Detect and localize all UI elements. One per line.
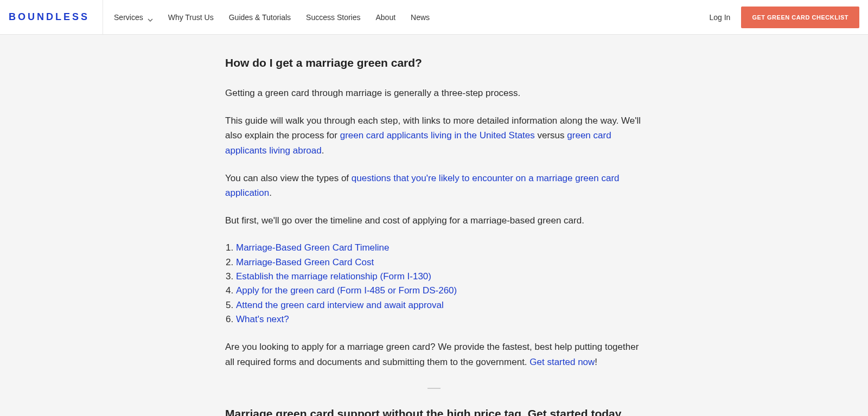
- toc-item: Attend the green card interview and awai…: [236, 298, 643, 312]
- intro-paragraph-2: This guide will walk you through each st…: [225, 113, 643, 158]
- link-applicants-us[interactable]: green card applicants living in the Unit…: [340, 130, 535, 140]
- header-actions: Log In GET GREEN CARD CHECKLIST: [709, 7, 859, 28]
- toc-item: Apply for the green card (Form I-485 or …: [236, 284, 643, 298]
- link-get-started[interactable]: Get started now: [529, 357, 595, 367]
- logo[interactable]: BOUNDLESS: [9, 0, 103, 35]
- nav-guides[interactable]: Guides & Tutorials: [229, 13, 291, 22]
- text-segment: .: [269, 188, 272, 198]
- toc-link-interview[interactable]: Attend the green card interview and awai…: [236, 300, 444, 310]
- login-link[interactable]: Log In: [709, 13, 730, 22]
- chevron-down-icon: [148, 15, 153, 20]
- checklist-button[interactable]: GET GREEN CARD CHECKLIST: [741, 7, 859, 28]
- toc-item: Marriage-Based Green Card Cost: [236, 255, 643, 270]
- toc-item: What's next?: [236, 312, 643, 327]
- nav-about[interactable]: About: [375, 13, 395, 22]
- cta-heading: Marriage green card support without the …: [225, 407, 643, 416]
- toc-link-next[interactable]: What's next?: [236, 314, 289, 324]
- text-segment: !: [595, 357, 597, 367]
- toc-link-i485[interactable]: Apply for the green card (Form I-485 or …: [236, 285, 457, 296]
- toc-link-i130[interactable]: Establish the marriage relationship (For…: [236, 271, 431, 281]
- text-segment: versus: [535, 130, 567, 140]
- intro-paragraph-3: You can also view the types of questions…: [225, 171, 643, 200]
- nav-success-stories[interactable]: Success Stories: [306, 13, 360, 22]
- toc-item: Establish the marriage relationship (For…: [236, 270, 643, 284]
- divider: [427, 388, 441, 389]
- toc-link-cost[interactable]: Marriage-Based Green Card Cost: [236, 257, 374, 267]
- header: BOUNDLESS Services Why Trust Us Guides &…: [0, 0, 868, 35]
- nav-services[interactable]: Services: [114, 13, 153, 22]
- nav-services-label: Services: [114, 13, 143, 22]
- nav-why-trust-us[interactable]: Why Trust Us: [168, 13, 214, 22]
- intro-paragraph-1: Getting a green card through marriage is…: [225, 86, 643, 100]
- toc-link-timeline[interactable]: Marriage-Based Green Card Timeline: [236, 242, 390, 253]
- text-segment: You can also view the types of: [225, 173, 352, 183]
- nav-news[interactable]: News: [411, 13, 430, 22]
- article-heading: How do I get a marriage green card?: [225, 56, 643, 69]
- toc-item: Marriage-Based Green Card Timeline: [236, 241, 643, 255]
- table-of-contents: Marriage-Based Green Card Timeline Marri…: [225, 241, 643, 327]
- text-segment: .: [322, 145, 324, 156]
- article-content: How do I get a marriage green card? Gett…: [214, 35, 654, 416]
- nav: Services Why Trust Us Guides & Tutorials…: [114, 13, 709, 22]
- cta-paragraph: Are you looking to apply for a marriage …: [225, 340, 643, 369]
- intro-paragraph-4: But first, we'll go over the timeline an…: [225, 213, 643, 228]
